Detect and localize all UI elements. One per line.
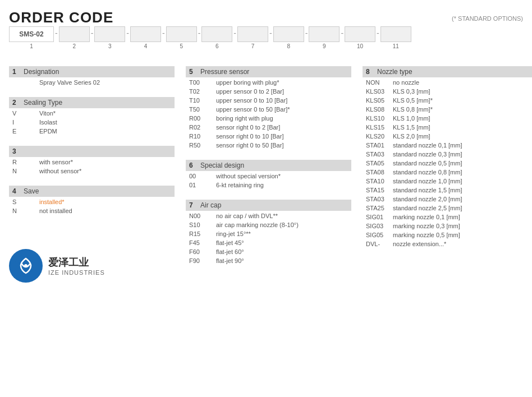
row-8-5-code: KLS10 bbox=[366, 115, 393, 122]
row-8-4-desc: KLS 0,8 [mm]* bbox=[393, 106, 532, 113]
section-2-row-i: I Isolast bbox=[9, 118, 175, 127]
row-5-5-code: R00 bbox=[189, 115, 216, 122]
row-2-1-code: V bbox=[12, 110, 39, 117]
row-4-2-desc: not installed bbox=[39, 207, 171, 214]
row-7-1-desc: no air cap / with DVL** bbox=[216, 213, 348, 219]
section-8-row-dvl: DVL- nozzle extension...* bbox=[363, 239, 532, 248]
row-8-5-desc: KLS 1,0 [mm] bbox=[393, 115, 532, 122]
section-2-num: 2 bbox=[12, 99, 24, 107]
section-5-row-t02: T02 upper sensor 0 to 2 [Bar] bbox=[186, 87, 351, 96]
seg-3: 3 bbox=[94, 26, 125, 49]
row-6-2-code: 01 bbox=[189, 182, 216, 188]
row-2-1-desc: Viton* bbox=[39, 110, 171, 117]
row-8-11-desc: standard nozzle 0,8 [mm] bbox=[393, 169, 532, 176]
section-5-row-t00: T00 upper boring with plug* bbox=[186, 78, 351, 87]
row-5-4-code: T50 bbox=[189, 106, 216, 113]
separator-2: - bbox=[90, 29, 95, 38]
row-3-2-code: N bbox=[12, 168, 39, 174]
section-8-row-sig03: SIG03 marking nozzle 0,3 [mm] bbox=[363, 221, 532, 230]
section-3-row-n: N without sensor* bbox=[9, 167, 175, 176]
seg-3-box bbox=[94, 26, 125, 42]
seg-11-box bbox=[380, 26, 411, 42]
row-8-9-code: STA03 bbox=[366, 151, 393, 158]
section-5-num: 5 bbox=[189, 68, 200, 76]
seg-10: 10 bbox=[345, 26, 375, 49]
logo-chinese: 爱泽工业 bbox=[48, 256, 105, 269]
row-7-2-desc: air cap marking nozzle (8-10°) bbox=[216, 221, 348, 228]
row-7-5-desc: flat-jet 60° bbox=[216, 248, 348, 255]
section-4-row-n: N not installed bbox=[9, 206, 175, 215]
section-2-title: Sealing Type bbox=[24, 99, 62, 107]
separator-3: - bbox=[125, 29, 130, 38]
row-8-9-desc: standard nozzle 0,3 [mm] bbox=[393, 151, 532, 158]
separator-4: - bbox=[161, 29, 166, 38]
seg-8-num: 8 bbox=[287, 43, 290, 49]
row-8-19-code: DVL- bbox=[366, 241, 393, 247]
row-7-2-code: S10 bbox=[189, 221, 216, 228]
row-8-10-code: STA05 bbox=[366, 160, 393, 167]
row-8-16-code: SIG01 bbox=[366, 214, 393, 220]
row-8-4-code: KLS08 bbox=[366, 106, 393, 113]
seg-6-num: 6 bbox=[215, 43, 219, 49]
row-5-2-code: T02 bbox=[189, 88, 216, 95]
section-5-row-r50: R50 sensor right 0 to 50 [Bar] bbox=[186, 141, 351, 150]
section-6-row-00: 00 without special version* bbox=[186, 172, 351, 181]
row-5-6-code: R02 bbox=[189, 124, 216, 131]
row-7-6-code: F90 bbox=[189, 257, 216, 264]
section-5-row-r02: R02 sensor right 0 to 2 [Bar] bbox=[186, 123, 351, 132]
section-8-nozzle: 8 Nozzle type NON no nozzle KLS03 KLS 0,… bbox=[363, 66, 532, 248]
section-8-row-sta15: STA15 standard nozzle 1,5 [mm] bbox=[363, 186, 532, 195]
row-8-18-code: SIG05 bbox=[366, 232, 393, 238]
separator-9: - bbox=[340, 29, 345, 38]
section-7-row-f60: F60 flat-jet 60° bbox=[186, 247, 351, 256]
row-5-3-code: T10 bbox=[189, 97, 216, 104]
row-4-2-code: N bbox=[12, 207, 39, 214]
section-2-sealing: 2 Sealing Type V Viton* I Isolast E EPDM bbox=[9, 97, 175, 136]
row-7-4-code: F45 bbox=[189, 239, 216, 246]
seg-7: 7 bbox=[237, 26, 268, 49]
row-8-12-desc: standard nozzle 1,0 [mm] bbox=[393, 178, 532, 184]
seg-9-box bbox=[309, 26, 340, 42]
row-5-8-code: R50 bbox=[189, 142, 216, 149]
seg-8-box bbox=[273, 26, 304, 42]
section-3-num: 3 bbox=[12, 147, 24, 155]
separator-8: - bbox=[304, 29, 309, 38]
row-8-13-code: STA15 bbox=[366, 187, 393, 193]
row-8-11-code: STA08 bbox=[366, 169, 393, 176]
section-5-header: 5 Pressure sensor bbox=[186, 66, 351, 77]
separator-10: - bbox=[375, 29, 380, 38]
row-8-12-code: STA10 bbox=[366, 178, 393, 184]
row-8-7-desc: KLS 2,0 [mm] bbox=[393, 133, 532, 140]
seg-10-num: 10 bbox=[357, 43, 363, 49]
section-5-pressure: 5 Pressure sensor T00 upper boring with … bbox=[186, 66, 351, 150]
section-8-row-sta01: STA01 standard nozzle 0,1 [mm] bbox=[363, 141, 532, 150]
section-2-row-e: E EPDM bbox=[9, 127, 175, 136]
section-4-title: Save bbox=[24, 187, 39, 195]
separator-6: - bbox=[232, 29, 237, 38]
section-8-title: Nozzle type bbox=[377, 68, 412, 76]
row-4-1-desc: installed* bbox=[39, 198, 171, 205]
section-8-header: 8 Nozzle type bbox=[363, 66, 532, 77]
section-5-row-t10: T10 upper sensor 0 to 10 [Bar] bbox=[186, 96, 351, 105]
seg-9: 9 bbox=[309, 26, 340, 49]
row-5-1-code: T00 bbox=[189, 79, 216, 86]
row-7-3-desc: ring-jet 15°** bbox=[216, 230, 348, 237]
seg-5-box bbox=[166, 26, 197, 42]
seg-4-num: 4 bbox=[144, 43, 148, 49]
seg-4: 4 bbox=[130, 26, 161, 49]
logo-english: IZE INDUSTRIES bbox=[48, 269, 105, 276]
section-8-row-kls08: KLS08 KLS 0,8 [mm]* bbox=[363, 105, 532, 114]
row-2-2-desc: Isolast bbox=[39, 119, 171, 126]
section-8-num: 8 bbox=[366, 68, 377, 76]
section-8-row-sta08: STA08 standard nozzle 0,8 [mm] bbox=[363, 168, 532, 177]
section-3-row-r: R with sensor* bbox=[9, 158, 175, 167]
row-8-16-desc: marking nozzle 0,1 [mm] bbox=[393, 214, 532, 220]
row-8-15-desc: standard nozzle 2,5 [mm] bbox=[393, 205, 532, 211]
seg-9-num: 9 bbox=[323, 43, 326, 49]
row-8-7-code: KLS20 bbox=[366, 133, 393, 140]
section-1-title: Designation bbox=[24, 68, 59, 76]
section-4-row-s: S installed* bbox=[9, 197, 175, 206]
row-8-17-code: SIG03 bbox=[366, 223, 393, 229]
row-5-1-desc: upper boring with plug* bbox=[216, 79, 348, 86]
section-7-aircap: 7 Air cap N00 no air cap / with DVL** S1… bbox=[186, 200, 351, 265]
